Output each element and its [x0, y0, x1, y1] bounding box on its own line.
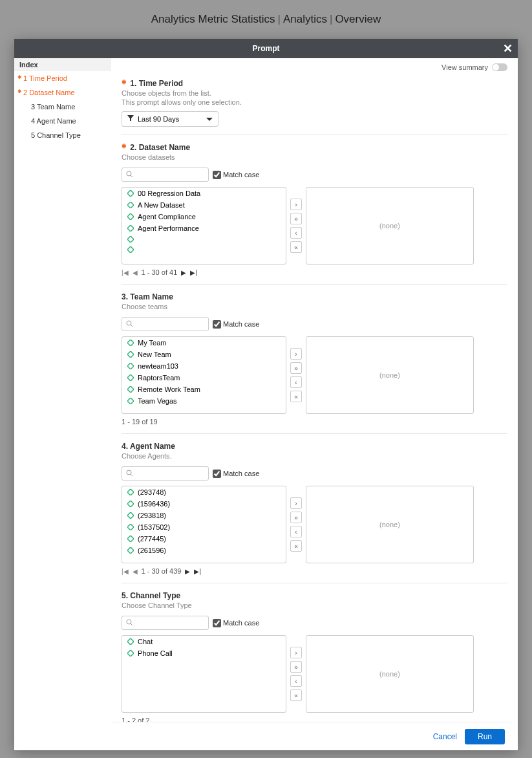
list-item[interactable]: Remote Work Team [122, 384, 286, 395]
chevron-down-icon [206, 115, 213, 123]
section-title: 4. Agent Name [122, 442, 507, 451]
remove-button[interactable]: ‹ [290, 227, 302, 239]
section-subtitle: Choose datasets [122, 153, 507, 161]
add-all-button[interactable]: » [290, 661, 302, 673]
remove-all-button[interactable]: « [290, 689, 302, 701]
list-item[interactable]: Chat [122, 636, 286, 647]
prev-page-icon[interactable]: ◀ [133, 568, 138, 575]
channel-match-case[interactable]: Match case [213, 619, 259, 627]
team-match-case[interactable]: Match case [213, 320, 259, 329]
add-button[interactable]: › [290, 497, 302, 509]
list-item[interactable]: newteam103 [122, 360, 286, 372]
list-item[interactable]: My Team [122, 337, 286, 349]
view-summary-label: View summary [442, 63, 488, 71]
run-button[interactable]: Run [465, 729, 505, 744]
next-page-icon[interactable]: ▶ [185, 568, 190, 575]
channel-source-list[interactable]: Chat Phone Call [122, 635, 286, 713]
sidebar-item-time-period[interactable]: 1 Time Period [14, 71, 111, 85]
remove-all-button[interactable]: « [290, 391, 302, 402]
list-item[interactable] [122, 244, 286, 255]
add-button[interactable]: › [290, 199, 302, 210]
agent-target-list[interactable]: (none) [306, 486, 474, 563]
sidebar-item-channel-type[interactable]: 5 Channel Type [14, 128, 111, 142]
dataset-source-list[interactable]: 00 Regression Data A New Dataset Agent C… [122, 187, 286, 265]
first-page-icon[interactable]: |◀ [122, 568, 129, 575]
sidebar-item-dataset-name[interactable]: 2 Dataset Name [14, 85, 111, 100]
remove-button[interactable]: ‹ [290, 376, 302, 388]
cancel-button[interactable]: Cancel [433, 732, 457, 741]
modal-body: Index 1 Time Period 2 Dataset Name 3 Tea… [14, 58, 518, 750]
sidebar-item-agent-name[interactable]: 4 Agent Name [14, 114, 111, 128]
diamond-icon [127, 190, 134, 197]
section-title: 3. Team Name [122, 292, 507, 301]
agent-source-list[interactable]: (293748) (1596436) (293818) (1537502) (2… [122, 486, 286, 563]
svg-line-1 [131, 175, 133, 177]
svg-line-7 [131, 623, 133, 625]
last-page-icon[interactable]: ▶| [194, 568, 201, 575]
match-case-checkbox[interactable] [213, 320, 221, 329]
team-source-list[interactable]: My Team New Team newteam103 RaptorsTeam … [122, 336, 286, 414]
add-button[interactable]: › [290, 647, 302, 658]
list-item[interactable] [122, 234, 286, 244]
diamond-icon [127, 398, 134, 404]
team-transfer-buttons: › » ‹ « [290, 336, 302, 414]
modal-title: Prompt [253, 44, 280, 53]
list-item[interactable]: RaptorsTeam [122, 372, 286, 384]
remove-button[interactable]: ‹ [290, 526, 302, 537]
channel-search-input[interactable] [122, 616, 209, 630]
sidebar-item-team-name[interactable]: 3 Team Name [14, 100, 111, 114]
dataset-target-list[interactable]: (none) [306, 187, 474, 265]
section-subtitle: This prompt allows only one selection. [122, 98, 507, 106]
main-content: View summary ✱ 1. Time Period Choose obj… [111, 58, 518, 750]
remove-all-button[interactable]: « [290, 540, 302, 552]
list-item[interactable]: Agent Performance [122, 222, 286, 234]
next-page-icon[interactable]: ▶ [181, 269, 186, 276]
list-item[interactable]: (1537502) [122, 521, 286, 533]
time-period-dropdown[interactable]: Last 90 Days [122, 111, 218, 127]
dataset-search-input[interactable] [122, 168, 209, 182]
agent-search-input[interactable] [122, 466, 209, 481]
view-summary-toggle[interactable] [492, 63, 507, 71]
list-item[interactable]: Team Vegas [122, 395, 286, 407]
prev-page-icon[interactable]: ◀ [133, 269, 138, 276]
dataset-match-case[interactable]: Match case [213, 171, 259, 179]
list-item[interactable]: (293818) [122, 510, 286, 521]
add-all-button[interactable]: » [290, 362, 302, 374]
remove-button[interactable]: ‹ [290, 675, 302, 687]
section-team-name: 3. Team Name Choose teams Match case [122, 284, 507, 433]
match-case-checkbox[interactable] [213, 619, 221, 627]
agent-pager: |◀ ◀ 1 - 30 of 439 ▶ ▶| [122, 567, 507, 575]
channel-transfer-buttons: › » ‹ « [290, 635, 302, 713]
add-all-button[interactable]: » [290, 213, 302, 224]
list-item[interactable]: New Team [122, 349, 286, 360]
first-page-icon[interactable]: |◀ [122, 269, 129, 276]
list-item[interactable]: Phone Call [122, 647, 286, 659]
section-subtitle: Choose teams [122, 303, 507, 310]
add-all-button[interactable]: » [290, 512, 302, 523]
search-icon [126, 320, 133, 329]
section-dataset-name: ✱ 2. Dataset Name Choose datasets Match … [122, 135, 507, 284]
team-target-list[interactable]: (none) [306, 336, 474, 414]
section-time-period: ✱ 1. Time Period Choose objects from the… [122, 71, 507, 135]
list-item[interactable]: (261596) [122, 545, 286, 556]
close-icon[interactable]: ✕ [503, 41, 513, 56]
match-case-checkbox[interactable] [213, 171, 221, 179]
diamond-icon [127, 547, 134, 554]
agent-match-case[interactable]: Match case [213, 470, 259, 478]
team-search-input[interactable] [122, 317, 209, 331]
channel-target-list[interactable]: (none) [306, 635, 474, 713]
diamond-icon [127, 213, 134, 220]
last-page-icon[interactable]: ▶| [190, 269, 197, 276]
list-item[interactable]: (293748) [122, 486, 286, 498]
pager-text: 1 - 30 of 439 [142, 567, 182, 575]
diamond-icon [127, 489, 134, 495]
list-item[interactable]: A New Dataset [122, 199, 286, 211]
list-item[interactable]: 00 Regression Data [122, 188, 286, 199]
dataset-transfer-buttons: › » ‹ « [290, 187, 302, 265]
list-item[interactable]: (277445) [122, 533, 286, 545]
list-item[interactable]: Agent Compliance [122, 211, 286, 222]
add-button[interactable]: › [290, 348, 302, 360]
remove-all-button[interactable]: « [290, 241, 302, 253]
match-case-checkbox[interactable] [213, 470, 221, 478]
list-item[interactable]: (1596436) [122, 498, 286, 510]
